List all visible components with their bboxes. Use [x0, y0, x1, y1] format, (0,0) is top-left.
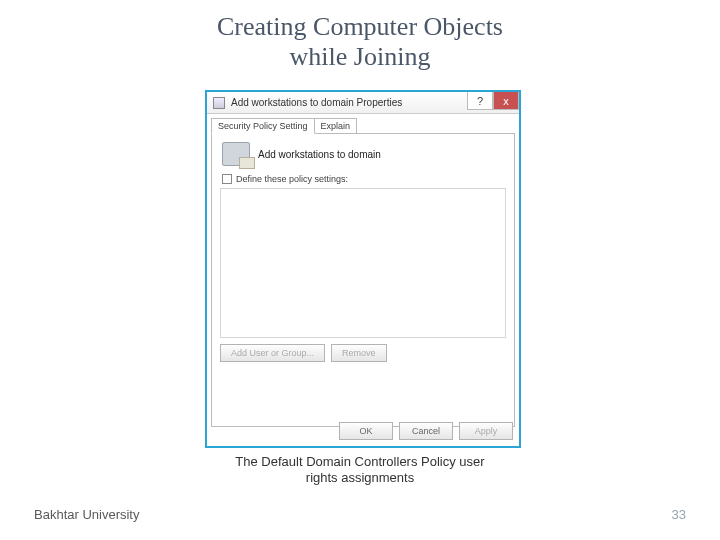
- cancel-button[interactable]: Cancel: [399, 422, 453, 440]
- define-policy-row: Define these policy settings:: [222, 174, 508, 184]
- help-button[interactable]: ?: [467, 92, 493, 110]
- users-groups-listbox[interactable]: [220, 188, 506, 338]
- dialog-title: Add workstations to domain Properties: [231, 97, 402, 108]
- list-buttons-row: Add User or Group... Remove: [220, 344, 506, 362]
- close-button[interactable]: x: [493, 92, 519, 110]
- policy-name-label: Add workstations to domain: [258, 149, 381, 160]
- define-policy-label: Define these policy settings:: [236, 174, 348, 184]
- ok-button[interactable]: OK: [339, 422, 393, 440]
- caption-line-1: The Default Domain Controllers Policy us…: [235, 454, 484, 469]
- footer-page-number: 33: [672, 507, 686, 522]
- define-policy-checkbox[interactable]: [222, 174, 232, 184]
- apply-button[interactable]: Apply: [459, 422, 513, 440]
- tab-security-policy-setting[interactable]: Security Policy Setting: [211, 118, 315, 134]
- footer-institution: Bakhtar University: [34, 507, 139, 522]
- properties-dialog: Add workstations to domain Properties ? …: [205, 90, 521, 448]
- add-user-or-group-button[interactable]: Add User or Group...: [220, 344, 325, 362]
- tab-panel: Add workstations to domain Define these …: [211, 133, 515, 427]
- policy-header-row: Add workstations to domain: [222, 142, 508, 166]
- tab-explain[interactable]: Explain: [314, 118, 358, 134]
- title-line-2: while Joining: [290, 42, 431, 71]
- policy-icon: [222, 142, 250, 166]
- tab-strip: Security Policy Setting Explain: [211, 118, 515, 134]
- remove-button[interactable]: Remove: [331, 344, 387, 362]
- title-line-1: Creating Computer Objects: [217, 12, 503, 41]
- dialog-icon: [213, 97, 225, 109]
- dialog-action-buttons: OK Cancel Apply: [339, 422, 513, 440]
- figure-caption: The Default Domain Controllers Policy us…: [0, 454, 720, 487]
- dialog-titlebar: Add workstations to domain Properties ? …: [207, 92, 519, 114]
- caption-line-2: rights assignments: [306, 470, 414, 485]
- slide: Creating Computer Objects while Joining …: [0, 0, 720, 540]
- slide-title: Creating Computer Objects while Joining: [0, 12, 720, 72]
